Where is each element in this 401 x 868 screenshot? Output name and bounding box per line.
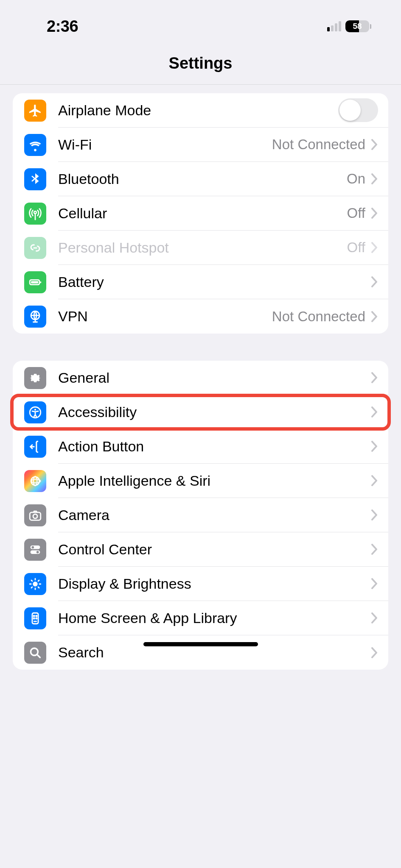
row-bluetooth[interactable]: Bluetooth On	[13, 162, 388, 196]
action-button-icon	[24, 436, 46, 458]
chevron-right-icon	[371, 173, 378, 184]
bluetooth-icon	[24, 168, 46, 190]
siri-icon	[24, 470, 46, 492]
row-label: Search	[58, 644, 371, 661]
airplane-icon	[24, 100, 46, 122]
chevron-right-icon	[371, 139, 378, 150]
svg-point-12	[36, 551, 39, 553]
chevron-right-icon	[371, 544, 378, 555]
svg-point-15	[34, 615, 34, 616]
chevron-right-icon	[371, 612, 378, 623]
battery-indicator: 58	[345, 20, 371, 32]
row-label: General	[58, 370, 371, 386]
row-label: Accessibility	[58, 404, 371, 420]
accessibility-icon	[24, 401, 46, 423]
row-label: Bluetooth	[58, 171, 347, 187]
svg-point-16	[36, 615, 37, 616]
vpn-icon	[24, 306, 46, 328]
battery-icon	[24, 271, 46, 293]
row-label: Home Screen & App Library	[58, 610, 371, 626]
page-title: Settings	[0, 38, 401, 85]
chevron-right-icon	[371, 372, 378, 383]
row-display-brightness[interactable]: Display & Brightness	[13, 567, 388, 601]
svg-point-6	[31, 477, 39, 485]
row-value: On	[347, 171, 365, 187]
status-icons: 58	[327, 20, 380, 32]
cellular-signal-icon	[327, 21, 341, 31]
camera-icon	[24, 504, 46, 526]
row-value: Off	[347, 205, 365, 221]
chevron-right-icon	[371, 441, 378, 452]
chevron-right-icon	[371, 311, 378, 322]
chevron-right-icon	[371, 578, 378, 589]
row-airplane-mode[interactable]: Airplane Mode	[13, 93, 388, 128]
row-label: VPN	[58, 308, 272, 325]
svg-rect-2	[40, 281, 41, 283]
gear-icon	[24, 367, 46, 389]
row-cellular[interactable]: Cellular Off	[13, 196, 388, 231]
row-vpn[interactable]: VPN Not Connected	[13, 299, 388, 334]
row-label: Airplane Mode	[58, 102, 338, 119]
row-personal-hotspot: Personal Hotspot Off	[13, 231, 388, 265]
row-label: Battery	[58, 274, 371, 290]
battery-level: 58	[345, 20, 369, 32]
row-accessibility[interactable]: Accessibility	[13, 395, 388, 429]
airplane-mode-toggle[interactable]	[338, 98, 378, 122]
row-general[interactable]: General	[13, 361, 388, 395]
row-value: Not Connected	[272, 309, 365, 325]
row-value: Off	[347, 239, 365, 256]
row-label: Control Center	[58, 541, 371, 558]
settings-group-general: General Accessibility A	[13, 361, 388, 670]
row-action-button[interactable]: Action Button	[13, 429, 388, 464]
chevron-right-icon	[371, 475, 378, 486]
row-label: Display & Brightness	[58, 576, 371, 592]
chevron-right-icon	[371, 509, 378, 520]
cellular-icon	[24, 203, 46, 225]
row-label: Wi-Fi	[58, 136, 272, 153]
row-label: Camera	[58, 507, 371, 523]
hotspot-icon	[24, 237, 46, 259]
chevron-right-icon	[371, 208, 378, 219]
wifi-icon	[24, 134, 46, 156]
row-value: Not Connected	[272, 136, 365, 153]
svg-point-13	[33, 581, 37, 586]
row-control-center[interactable]: Control Center	[13, 532, 388, 567]
row-battery[interactable]: Battery	[13, 265, 388, 299]
settings-group-connectivity: Airplane Mode Wi-Fi Not Connected	[13, 93, 388, 334]
svg-point-11	[32, 546, 34, 548]
svg-rect-7	[30, 512, 41, 520]
svg-point-17	[34, 618, 34, 618]
row-label: Cellular	[58, 205, 347, 222]
brightness-icon	[24, 573, 46, 595]
status-bar: 2:36 58	[0, 0, 401, 38]
svg-point-8	[33, 514, 37, 518]
search-icon	[24, 642, 46, 664]
chevron-right-icon	[371, 242, 378, 253]
chevron-right-icon	[371, 276, 378, 287]
row-label: Action Button	[58, 438, 371, 455]
row-camera[interactable]: Camera	[13, 498, 388, 532]
chevron-right-icon	[371, 647, 378, 658]
row-apple-intelligence-siri[interactable]: Apple Intelligence & Siri	[13, 464, 388, 498]
control-center-icon	[24, 539, 46, 561]
status-time: 2:36	[21, 17, 78, 36]
svg-rect-1	[31, 281, 38, 284]
row-label: Apple Intelligence & Siri	[58, 473, 371, 489]
svg-point-18	[36, 618, 37, 618]
row-wifi[interactable]: Wi-Fi Not Connected	[13, 128, 388, 162]
home-indicator[interactable]	[143, 642, 258, 646]
svg-point-5	[34, 409, 36, 410]
home-screen-icon	[24, 607, 46, 629]
row-label: Personal Hotspot	[58, 239, 347, 256]
row-home-screen[interactable]: Home Screen & App Library	[13, 601, 388, 635]
svg-rect-19	[34, 620, 37, 622]
chevron-right-icon	[371, 406, 378, 417]
row-search[interactable]: Search	[13, 635, 388, 670]
